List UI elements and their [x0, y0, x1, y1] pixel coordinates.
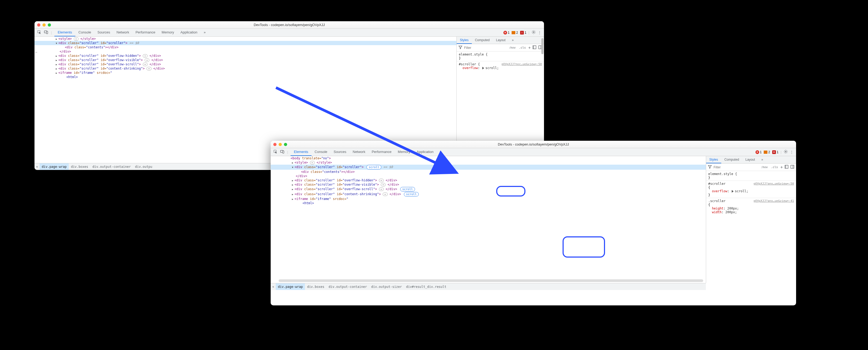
device-icon[interactable] — [44, 30, 48, 35]
dom-node[interactable]: <div class="scroller" id="overflow-scrol… — [34, 62, 457, 66]
dom-node[interactable]: <iframe id="iframe" srcdoc=" — [271, 197, 706, 201]
sidebar-tab-styles[interactable]: Styles — [457, 37, 472, 44]
breadcrumb-item[interactable]: div.boxes — [69, 163, 90, 170]
device-icon[interactable] — [280, 149, 284, 154]
dom-node[interactable]: <div class="scroller" id="content-shrink… — [271, 192, 706, 197]
filter-icon[interactable] — [458, 45, 463, 50]
dom-node[interactable]: <div class="scroller" id="overflow-visib… — [34, 58, 457, 62]
tab-performance[interactable]: Performance — [132, 29, 158, 36]
inspect-icon[interactable] — [37, 30, 41, 35]
ellipsis-icon[interactable]: ⋯ — [310, 161, 315, 164]
rule-selector[interactable]: #scroller { — [459, 62, 480, 66]
dom-node-selected[interactable]: <div class="scroller" id="scroller"> scr… — [271, 165, 706, 170]
breadcrumb-item[interactable]: div.outpu — [133, 163, 154, 170]
breadcrumb-item[interactable]: div.boxes — [305, 283, 327, 290]
ellipsis-icon[interactable]: ⋯ — [383, 193, 388, 196]
more-sidebar-tabs-icon[interactable]: » — [509, 37, 517, 44]
sidebar-tab-styles[interactable]: Styles — [706, 156, 721, 163]
ellipsis-icon[interactable]: ⋯ — [379, 179, 384, 182]
ellipsis-icon[interactable]: ⋯ — [143, 63, 148, 66]
ellipsis-icon[interactable]: ⋯ — [147, 67, 151, 70]
more-sidebar-tabs-icon[interactable]: » — [758, 156, 766, 163]
zoom-icon[interactable] — [48, 23, 51, 27]
tab-sources[interactable]: Sources — [330, 148, 349, 156]
ellipsis-icon[interactable]: ⋯ — [145, 58, 149, 62]
gear-icon[interactable] — [531, 30, 536, 35]
tab-application[interactable]: Application — [177, 29, 200, 36]
filter-input[interactable] — [464, 46, 506, 50]
tab-elements[interactable]: Elements — [290, 148, 311, 156]
dom-node[interactable]: <style> ⋯ </style> — [34, 37, 457, 41]
filter-input[interactable] — [714, 166, 758, 169]
minimize-icon[interactable] — [42, 23, 45, 27]
rule-source-link[interactable]: gOVpXJJ?noc…ue&view=:50 — [501, 62, 542, 66]
hov-button[interactable]: :hov — [760, 165, 769, 169]
issue-count[interactable]: !1 — [520, 31, 526, 34]
hov-button[interactable]: :hov — [508, 46, 517, 50]
tab-sources[interactable]: Sources — [94, 29, 113, 36]
tab-memory[interactable]: Memory — [158, 29, 177, 36]
kebab-icon[interactable]: ⋮ — [538, 31, 541, 34]
issue-count[interactable]: ✕1 — [772, 150, 779, 154]
filter-icon[interactable] — [708, 165, 712, 170]
minimize-icon[interactable] — [279, 143, 282, 146]
dom-node[interactable]: <div class="scroller" id="content-shrink… — [34, 66, 457, 70]
dom-node[interactable]: <div class="contents"></div> — [271, 170, 706, 174]
breadcrumb-item[interactable]: div.page-wrap — [39, 163, 69, 170]
close-icon[interactable] — [37, 23, 40, 27]
dom-node[interactable]: <iframe id="iframe" srcdoc=" — [34, 70, 457, 75]
sidebar-tab-computed[interactable]: Computed — [472, 37, 493, 44]
tab-console[interactable]: Console — [312, 148, 331, 156]
breadcrumb-item[interactable]: div#result_div.result — [404, 283, 448, 290]
more-tabs-icon[interactable]: » — [200, 29, 209, 36]
breadcrumb-prev-icon[interactable]: « — [271, 285, 276, 289]
dom-node-selected[interactable]: <div class="scroller" id="scroller"> == … — [34, 41, 457, 45]
zoom-icon[interactable] — [284, 143, 287, 146]
new-rule-icon[interactable]: + — [780, 165, 783, 170]
tab-console[interactable]: Console — [75, 29, 94, 36]
sidebar-tab-computed[interactable]: Computed — [721, 156, 742, 163]
warning-count[interactable]: 2 — [764, 150, 770, 154]
dom-node[interactable]: <html> — [271, 201, 706, 205]
more-tabs-icon[interactable]: » — [437, 148, 445, 156]
scroll-badge[interactable]: scroll — [400, 187, 415, 192]
scrollbar[interactable] — [541, 38, 544, 54]
breadcrumb-prev-icon[interactable]: « — [34, 165, 39, 169]
gear-icon[interactable] — [784, 149, 788, 154]
tab-performance[interactable]: Performance — [369, 148, 395, 156]
expand-icon[interactable] — [483, 67, 484, 69]
inspect-icon[interactable] — [273, 149, 278, 154]
close-icon[interactable] — [273, 143, 277, 146]
ellipsis-icon[interactable]: ⋯ — [143, 54, 148, 58]
rule-source-link[interactable]: gOVpXJJ?ano…ue&view=:41 — [754, 199, 794, 203]
warning-count[interactable]: 2 — [512, 31, 518, 34]
tab-memory[interactable]: Memory — [395, 148, 413, 156]
scrollbar[interactable] — [279, 280, 703, 282]
tab-network[interactable]: Network — [349, 148, 369, 156]
breadcrumb-item[interactable]: div.page-wrap — [276, 283, 305, 290]
dom-node[interactable]: <body translate="no"> — [271, 156, 706, 161]
sidebar-collapse-icon[interactable] — [790, 165, 795, 170]
dom-node[interactable]: <html> — [34, 75, 457, 79]
rule-selector[interactable]: #scroller — [708, 182, 725, 186]
sidebar-tab-layout[interactable]: Layout — [742, 156, 758, 163]
ellipsis-icon[interactable]: ⋯ — [381, 183, 385, 186]
elements-tree[interactable]: <body translate="no"> <style> ⋯ </style>… — [271, 156, 706, 283]
rule-source-link[interactable]: gOVpXJJ?ano…ue&view=:50 — [754, 182, 794, 185]
breadcrumb-item[interactable]: div.output-sizer — [369, 283, 404, 290]
expand-icon[interactable] — [732, 190, 734, 193]
tab-elements[interactable]: Elements — [54, 29, 75, 36]
tab-network[interactable]: Network — [113, 29, 132, 36]
computed-toggle-icon[interactable] — [784, 165, 789, 170]
error-count[interactable]: ✕1 — [755, 150, 762, 154]
sidebar-tab-layout[interactable]: Layout — [493, 37, 509, 44]
tab-application[interactable]: Application — [413, 148, 437, 156]
breadcrumb-item[interactable]: div.output-container — [90, 163, 133, 170]
cls-button[interactable]: .cls — [770, 165, 779, 169]
breadcrumb-item[interactable]: div.output-container — [327, 283, 369, 290]
dom-node[interactable]: </div> — [34, 49, 457, 54]
dom-node[interactable]: <div class="scroller" id="overflow-hidde… — [34, 54, 457, 58]
computed-toggle-icon[interactable] — [532, 45, 536, 50]
dom-node[interactable]: <style> ⋯ </style> — [271, 161, 706, 165]
dom-node[interactable]: <div class="contents"></div> — [34, 45, 457, 49]
